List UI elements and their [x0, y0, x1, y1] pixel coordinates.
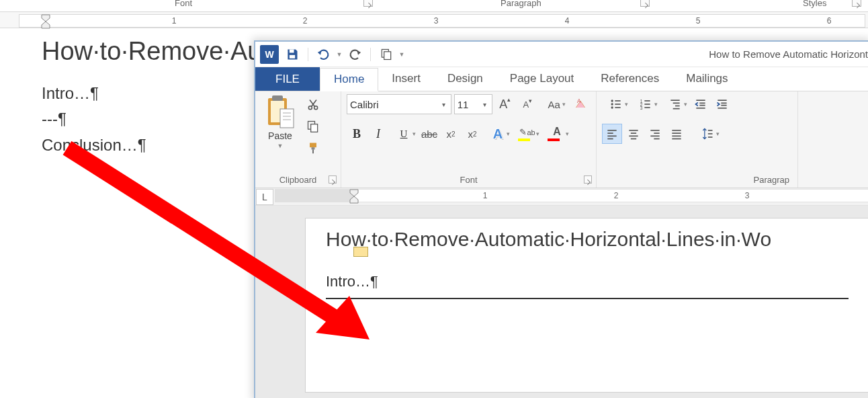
multilevel-list-button[interactable]: ▾ [661, 94, 689, 114]
svg-rect-21 [310, 143, 316, 148]
svg-rect-3 [290, 54, 295, 58]
dialog-launcher-icon[interactable] [852, 0, 861, 7]
paste-options-icon[interactable] [353, 247, 368, 257]
ribbon-tabs: FILE Home Insert Design Page Layout Refe… [255, 67, 868, 91]
justify-button[interactable] [666, 124, 687, 144]
back-ribbon-group-labels: Font Paragraph Styles [0, 0, 868, 9]
document-heading[interactable]: How·to·Remove·Automatic·Horizontal·Lines… [326, 228, 849, 251]
align-right-button[interactable] [645, 124, 665, 144]
indent-marker-icon[interactable] [41, 14, 50, 29]
save-icon[interactable] [282, 44, 302, 65]
format-painter-icon[interactable] [304, 138, 322, 157]
copy-icon[interactable] [376, 44, 396, 65]
tab-references[interactable]: References [587, 67, 672, 91]
italic-button[interactable]: I [368, 124, 388, 144]
quick-access-toolbar: W ▼ ▼ How to Remove Automatic Horizont [255, 42, 868, 67]
svg-rect-10 [272, 95, 283, 101]
svg-marker-1 [42, 22, 50, 28]
grow-font-button[interactable]: A▴ [495, 94, 515, 114]
tab-mailings[interactable]: Mailings [672, 67, 741, 91]
svg-text:3: 3 [640, 106, 643, 110]
change-case-button[interactable]: Aa▾ [540, 94, 568, 114]
undo-icon[interactable] [314, 44, 334, 65]
ruler-mark: 3 [434, 16, 439, 26]
svg-rect-7 [384, 51, 391, 59]
ruler-mark: 1 [483, 191, 488, 200]
cut-icon[interactable] [304, 95, 322, 114]
font-name-combo[interactable]: Calibri▾ [347, 94, 451, 114]
qat-customize-dropdown-icon[interactable]: ▼ [399, 51, 404, 58]
numbering-button[interactable]: 123▾ [632, 94, 660, 114]
font-color-button[interactable]: A ▾ [543, 124, 571, 144]
doc-line-blank[interactable]: ¶ [326, 299, 849, 329]
chevron-down-icon[interactable]: ▾ [480, 101, 489, 108]
tab-home[interactable]: Home [320, 68, 378, 91]
paste-label: Paste [268, 130, 292, 141]
align-center-button[interactable] [623, 124, 644, 144]
foreground-word-window: W ▼ ▼ How to Remove Automatic Horizont F… [254, 40, 868, 398]
line-spacing-button[interactable]: ▾ [693, 124, 722, 144]
document-page[interactable]: How·to·Remove·Automatic·Horizontal·Lines… [305, 218, 868, 393]
group-label-paragraph: Paragraph [501, 0, 541, 8]
ruler-mark: 6 [827, 16, 832, 26]
front-ruler-row: L 1 2 3 [255, 188, 868, 206]
indent-marker-icon[interactable] [349, 189, 359, 204]
redo-icon[interactable] [345, 44, 365, 65]
window-title: How to Remove Automatic Horizont [709, 48, 868, 60]
paste-button[interactable]: Paste ▼ [261, 94, 300, 173]
copy-icon[interactable] [304, 117, 322, 136]
bold-button[interactable]: B [347, 124, 367, 144]
svg-text:A: A [577, 97, 581, 104]
chevron-down-icon[interactable]: ▾ [439, 101, 448, 108]
undo-dropdown-icon[interactable]: ▼ [337, 51, 342, 58]
ruler-mark: 2 [614, 191, 619, 200]
dialog-launcher-icon[interactable] [640, 0, 650, 7]
underline-button[interactable]: U▾ [390, 124, 418, 144]
shrink-font-button[interactable]: A▾ [518, 94, 538, 114]
ribbon: Paste ▼ Clipboard Calibri▾ [255, 91, 868, 188]
bullets-button[interactable]: ▾ [602, 94, 630, 114]
align-left-button[interactable] [602, 124, 622, 144]
group-paragraph: ▾ 123▾ ▾ ▾ Paragrap [597, 91, 798, 188]
superscript-button[interactable]: x2 [462, 124, 482, 144]
ruler-mark: 3 [745, 191, 750, 200]
front-horizontal-ruler[interactable]: 1 2 3 [275, 189, 868, 202]
svg-point-25 [611, 100, 613, 102]
group-label-paragraph: Paragrap [602, 173, 792, 188]
clear-formatting-button[interactable]: A [570, 94, 591, 114]
font-size-value: 11 [458, 99, 469, 110]
tab-insert[interactable]: Insert [378, 67, 434, 91]
ruler-mark: 5 [696, 16, 701, 26]
subscript-button[interactable]: x2 [441, 124, 461, 144]
doc-line-intro[interactable]: Intro…¶ [326, 267, 849, 296]
group-font: Calibri▾ 11▾ A▴ A▾ Aa▾ A B I U▾ abc x2 [341, 91, 597, 188]
svg-rect-22 [312, 147, 315, 149]
tab-file[interactable]: FILE [255, 67, 320, 91]
strikethrough-button[interactable]: abc [419, 124, 439, 144]
tab-design[interactable]: Design [434, 67, 496, 91]
text-effects-button[interactable]: A ▾ [484, 124, 512, 144]
increase-indent-button[interactable] [712, 94, 732, 114]
paste-icon [265, 94, 295, 129]
dialog-launcher-icon[interactable] [363, 0, 373, 7]
group-label-font: Font [175, 0, 192, 8]
back-horizontal-ruler[interactable]: 1 2 3 4 5 6 [0, 11, 868, 28]
dialog-launcher-icon[interactable] [584, 175, 592, 184]
svg-rect-2 [290, 49, 294, 52]
font-name-value: Calibri [350, 99, 379, 110]
ruler-margin-zone [275, 190, 353, 202]
tab-page-layout[interactable]: Page Layout [496, 67, 587, 91]
tab-selector-icon[interactable]: L [256, 189, 273, 205]
svg-marker-69 [350, 190, 358, 196]
ruler-mark: 4 [565, 16, 570, 26]
svg-marker-4 [318, 50, 322, 55]
word-logo-icon[interactable]: W [259, 44, 279, 65]
svg-marker-0 [42, 15, 50, 22]
font-size-combo[interactable]: 11▾ [454, 94, 492, 114]
decrease-indent-button[interactable] [691, 94, 711, 114]
highlight-button[interactable]: ✎ab ▾ [513, 124, 541, 144]
svg-point-29 [611, 106, 613, 108]
svg-marker-70 [350, 196, 358, 203]
dialog-launcher-icon[interactable] [329, 175, 337, 184]
front-document-area[interactable]: How·to·Remove·Automatic·Horizontal·Lines… [255, 206, 868, 398]
